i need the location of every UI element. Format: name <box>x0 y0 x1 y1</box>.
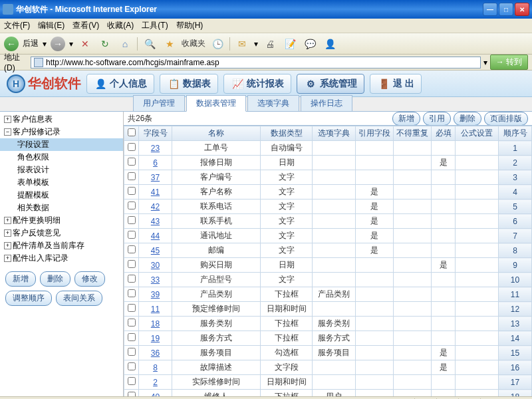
tab-option-dict[interactable]: 选项字典 <box>247 95 299 111</box>
menu-help[interactable]: 帮助(H) <box>176 20 203 31</box>
nav-exit[interactable]: 🚪退 出 <box>370 74 422 94</box>
nav-data-table[interactable]: 📋数据表 <box>160 74 218 94</box>
refresh-button[interactable]: ↻ <box>97 36 113 52</box>
field-id-link[interactable]: 45 <box>151 246 160 255</box>
field-id-link[interactable]: 30 <box>151 261 160 270</box>
side-relations-button[interactable]: 表间关系 <box>56 291 102 306</box>
row-checkbox[interactable] <box>128 201 136 209</box>
row-checkbox[interactable] <box>128 289 136 297</box>
expand-icon[interactable]: + <box>4 229 11 237</box>
field-id-link[interactable]: 37 <box>151 173 160 182</box>
column-header[interactable]: 必填 <box>432 126 456 141</box>
tree-child-node[interactable]: 字段设置 <box>0 138 123 151</box>
tree-node[interactable]: +配件更换明细 <box>0 214 123 227</box>
menu-file[interactable]: 文件(F) <box>4 20 30 31</box>
field-id-link[interactable]: 40 <box>151 392 160 397</box>
action-reference-button[interactable]: 引用 <box>423 112 451 126</box>
row-checkbox[interactable] <box>128 392 136 396</box>
forward-button[interactable]: → <box>51 37 65 51</box>
home-button[interactable]: ⌂ <box>117 36 133 52</box>
expand-icon[interactable]: + <box>4 255 11 262</box>
field-id-link[interactable]: 36 <box>151 348 160 358</box>
minimize-button[interactable]: — <box>483 3 497 16</box>
tab-operation-log[interactable]: 操作日志 <box>301 95 352 111</box>
tree-child-node[interactable]: 角色权限 <box>0 151 123 164</box>
column-header[interactable] <box>124 126 139 141</box>
tab-user-admin[interactable]: 用户管理 <box>133 95 185 111</box>
row-checkbox[interactable] <box>128 260 136 268</box>
back-button[interactable]: ← <box>4 37 19 51</box>
nav-personal-info[interactable]: 👤个人信息 <box>86 74 154 94</box>
tree-child-node[interactable]: 报表设计 <box>0 164 123 176</box>
field-id-link[interactable]: 43 <box>151 217 160 226</box>
mail-button[interactable]: ✉ <box>234 36 250 52</box>
row-checkbox[interactable] <box>128 172 136 180</box>
tree-child-node[interactable]: 表单模板 <box>0 176 123 189</box>
forward-dropdown-icon[interactable]: ▾ <box>69 39 73 49</box>
edit-button[interactable]: 📝 <box>282 36 298 52</box>
side-delete-button[interactable]: 删除 <box>40 271 70 287</box>
history-button[interactable]: 🕒 <box>209 36 225 52</box>
row-checkbox[interactable] <box>128 275 136 283</box>
url-dropdown-icon[interactable]: ▾ <box>483 58 487 67</box>
messenger-button[interactable]: 👤 <box>322 36 338 52</box>
row-checkbox[interactable] <box>128 245 136 253</box>
row-checkbox[interactable] <box>128 362 136 370</box>
side-reorder-button[interactable]: 调整顺序 <box>5 291 52 306</box>
column-header[interactable]: 数据类型 <box>260 126 312 141</box>
search-button[interactable]: 🔍 <box>142 36 158 52</box>
row-checkbox[interactable] <box>128 333 136 341</box>
menu-view[interactable]: 查看(V) <box>72 20 99 31</box>
expand-icon[interactable]: + <box>4 116 11 123</box>
row-checkbox[interactable] <box>128 187 136 195</box>
go-button[interactable]: → 转到 <box>490 55 528 70</box>
field-id-link[interactable]: 42 <box>151 202 160 211</box>
action-delete-button[interactable]: 删除 <box>454 112 481 126</box>
menu-edit[interactable]: 编辑(E) <box>38 20 65 31</box>
field-id-link[interactable]: 41 <box>151 188 160 197</box>
row-checkbox[interactable] <box>128 158 136 166</box>
field-id-link[interactable]: 19 <box>151 334 160 343</box>
row-checkbox[interactable] <box>128 348 136 356</box>
tree-node[interactable]: +配件清单及当前库存 <box>0 239 123 252</box>
field-id-link[interactable]: 11 <box>151 305 160 314</box>
field-id-link[interactable]: 2 <box>153 378 158 387</box>
select-all-checkbox[interactable] <box>128 128 136 136</box>
tree-node[interactable]: −客户报修记录 <box>0 126 123 138</box>
field-id-link[interactable]: 18 <box>151 319 160 329</box>
field-id-link[interactable]: 8 <box>153 363 158 372</box>
row-checkbox[interactable] <box>128 231 136 239</box>
nav-system-admin[interactable]: ⚙系统管理 <box>297 74 364 94</box>
stop-button[interactable]: ✕ <box>77 36 93 52</box>
field-id-link[interactable]: 23 <box>151 144 160 153</box>
action-layout-button[interactable]: 页面排版 <box>484 112 528 126</box>
field-id-link[interactable]: 39 <box>151 290 160 299</box>
column-header[interactable]: 名称 <box>172 126 261 141</box>
print-button[interactable]: 🖨 <box>262 36 278 52</box>
side-modify-button[interactable]: 修改 <box>74 271 105 287</box>
url-input[interactable]: http://www.hc-software.com/hcgis/mainfra… <box>31 57 481 68</box>
column-header[interactable]: 引用字段 <box>356 126 394 141</box>
close-button[interactable]: ✕ <box>515 3 529 16</box>
column-header[interactable]: 字段号 <box>139 126 172 141</box>
row-checkbox[interactable] <box>128 304 136 312</box>
column-header[interactable]: 公式设置 <box>456 126 499 141</box>
field-id-link[interactable]: 44 <box>151 231 160 241</box>
menu-tools[interactable]: 工具(T) <box>142 20 168 31</box>
tree-child-node[interactable]: 提醒模板 <box>0 189 123 201</box>
discuss-button[interactable]: 💬 <box>302 36 318 52</box>
tree-node[interactable]: +客户反馈意见 <box>0 227 123 239</box>
expand-icon[interactable]: − <box>4 128 11 136</box>
expand-icon[interactable]: + <box>4 217 11 224</box>
tab-datatable-admin[interactable]: 数据表管理 <box>186 95 246 112</box>
row-checkbox[interactable] <box>128 377 136 385</box>
mail-dropdown-icon[interactable]: ▾ <box>254 39 258 49</box>
maximize-button[interactable]: □ <box>499 3 513 16</box>
expand-icon[interactable]: + <box>4 242 11 249</box>
nav-reports[interactable]: 📈统计报表 <box>223 74 291 94</box>
back-dropdown-icon[interactable]: ▾ <box>43 39 47 49</box>
column-header[interactable]: 不得重复 <box>394 126 432 141</box>
menu-favorites[interactable]: 收藏(A) <box>107 20 134 31</box>
side-add-button[interactable]: 新增 <box>5 271 36 287</box>
tree-node[interactable]: +配件出入库记录 <box>0 252 123 265</box>
